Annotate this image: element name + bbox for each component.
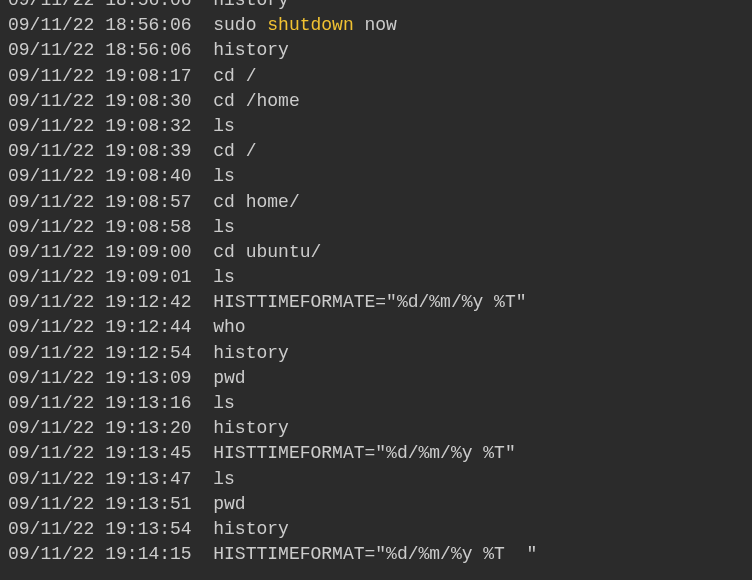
- history-time: 19:12:42: [105, 292, 191, 312]
- history-command: history: [213, 418, 289, 438]
- history-time: 19:08:40: [105, 166, 191, 186]
- history-date: 09/11/22: [8, 393, 94, 413]
- history-line: 09/11/22 19:12:44 who: [8, 315, 744, 340]
- history-date: 09/11/22: [8, 317, 94, 337]
- history-date: 09/11/22: [8, 66, 94, 86]
- history-time: 19:08:30: [105, 91, 191, 111]
- history-command: cd /: [213, 141, 256, 161]
- command-text: ls: [213, 267, 235, 287]
- history-date: 09/11/22: [8, 116, 94, 136]
- history-command: sudo shutdown now: [213, 15, 397, 35]
- command-text: cd /: [213, 141, 256, 161]
- history-date: 09/11/22: [8, 15, 94, 35]
- history-date: 09/11/22: [8, 91, 94, 111]
- history-time: 18:56:06: [105, 0, 191, 10]
- history-command: who: [213, 317, 245, 337]
- history-command: history: [213, 0, 289, 10]
- command-text: history: [213, 343, 289, 363]
- history-date: 09/11/22: [8, 0, 94, 10]
- command-text: ls: [213, 469, 235, 489]
- history-time: 19:13:16: [105, 393, 191, 413]
- history-line: 09/11/22 19:08:57 cd home/: [8, 190, 744, 215]
- history-time: 18:56:06: [105, 15, 191, 35]
- history-command: pwd: [213, 494, 245, 514]
- command-text: pwd: [213, 368, 245, 388]
- history-time: 19:13:47: [105, 469, 191, 489]
- history-time: 19:13:20: [105, 418, 191, 438]
- history-line: 09/11/22 19:09:01 ls: [8, 265, 744, 290]
- command-text: cd /: [213, 66, 256, 86]
- command-text: who: [213, 317, 245, 337]
- history-date: 09/11/22: [8, 544, 94, 564]
- command-text: ls: [213, 217, 235, 237]
- command-text: ls: [213, 116, 235, 136]
- history-line: 09/11/22 19:08:40 ls: [8, 164, 744, 189]
- history-time: 19:08:57: [105, 192, 191, 212]
- command-text: now: [354, 15, 397, 35]
- command-text: cd home/: [213, 192, 299, 212]
- history-date: 09/11/22: [8, 469, 94, 489]
- highlighted-keyword: shutdown: [267, 15, 353, 35]
- history-command: pwd: [213, 368, 245, 388]
- history-line: 09/11/22 19:08:58 ls: [8, 215, 744, 240]
- history-command: ls: [213, 116, 235, 136]
- command-text: cd /home: [213, 91, 299, 111]
- history-line: 09/11/22 19:13:51 pwd: [8, 492, 744, 517]
- history-date: 09/11/22: [8, 166, 94, 186]
- history-date: 09/11/22: [8, 418, 94, 438]
- command-text: HISTTIMEFORMAT="%d/%m/%y %T ": [213, 544, 537, 564]
- history-command: cd /: [213, 66, 256, 86]
- history-date: 09/11/22: [8, 368, 94, 388]
- command-text: history: [213, 0, 289, 10]
- history-time: 19:12:54: [105, 343, 191, 363]
- history-time: 19:08:32: [105, 116, 191, 136]
- history-command: ls: [213, 217, 235, 237]
- history-command: history: [213, 343, 289, 363]
- history-line: 09/11/22 19:08:39 cd /: [8, 139, 744, 164]
- history-line: 09/11/22 19:13:16 ls: [8, 391, 744, 416]
- history-date: 09/11/22: [8, 267, 94, 287]
- history-line: 09/11/22 19:13:47 ls: [8, 467, 744, 492]
- command-text: HISTTIMEFORMATE="%d/%m/%y %T": [213, 292, 526, 312]
- history-time: 19:13:09: [105, 368, 191, 388]
- history-line: 09/11/22 18:56:06 sudo shutdown now: [8, 13, 744, 38]
- history-command: cd ubuntu/: [213, 242, 321, 262]
- history-command: history: [213, 519, 289, 539]
- history-date: 09/11/22: [8, 40, 94, 60]
- command-text: sudo: [213, 15, 267, 35]
- history-line: 09/11/22 19:13:54 history: [8, 517, 744, 542]
- command-text: history: [213, 418, 289, 438]
- history-time: 19:13:51: [105, 494, 191, 514]
- history-command: ls: [213, 166, 235, 186]
- history-line: 09/11/22 19:12:54 history: [8, 341, 744, 366]
- command-text: pwd: [213, 494, 245, 514]
- command-text: ls: [213, 393, 235, 413]
- history-line: 09/11/22 19:13:20 history: [8, 416, 744, 441]
- history-time: 18:56:06: [105, 40, 191, 60]
- history-line: 09/11/22 19:12:42 HISTTIMEFORMATE="%d/%m…: [8, 290, 744, 315]
- history-line: 09/11/22 19:14:15 HISTTIMEFORMAT="%d/%m/…: [8, 542, 744, 567]
- history-date: 09/11/22: [8, 192, 94, 212]
- history-line: 09/11/22 18:56:06 history: [8, 38, 744, 63]
- history-command: cd /home: [213, 91, 299, 111]
- history-time: 19:13:54: [105, 519, 191, 539]
- history-command: ls: [213, 267, 235, 287]
- history-time: 19:08:39: [105, 141, 191, 161]
- history-line: 09/11/22 18:56:06 history: [8, 0, 744, 13]
- history-command: ls: [213, 469, 235, 489]
- history-time: 19:08:17: [105, 66, 191, 86]
- command-text: history: [213, 40, 289, 60]
- history-time: 19:13:45: [105, 443, 191, 463]
- history-time: 19:08:58: [105, 217, 191, 237]
- history-line: 09/11/22 19:08:32 ls: [8, 114, 744, 139]
- terminal-output: 09/11/22 18:56:06 history09/11/22 18:56:…: [0, 0, 752, 567]
- history-command: cd home/: [213, 192, 299, 212]
- history-command: HISTTIMEFORMATE="%d/%m/%y %T": [213, 292, 526, 312]
- history-line: 09/11/22 19:08:30 cd /home: [8, 89, 744, 114]
- history-time: 19:14:15: [105, 544, 191, 564]
- history-line: 09/11/22 19:09:00 cd ubuntu/: [8, 240, 744, 265]
- history-date: 09/11/22: [8, 141, 94, 161]
- history-time: 19:09:00: [105, 242, 191, 262]
- history-line: 09/11/22 19:13:45 HISTTIMEFORMAT="%d/%m/…: [8, 441, 744, 466]
- history-date: 09/11/22: [8, 443, 94, 463]
